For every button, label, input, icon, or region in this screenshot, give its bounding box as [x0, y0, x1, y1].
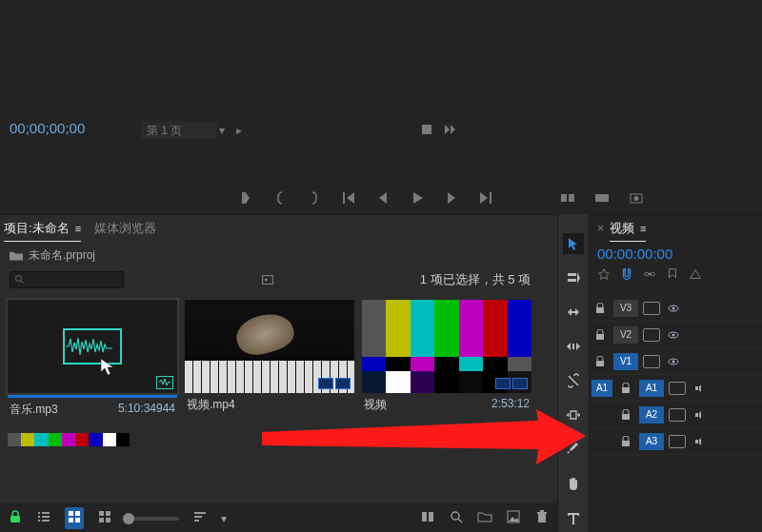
- mute-icon[interactable]: [691, 434, 708, 449]
- pen-tool[interactable]: [563, 439, 584, 460]
- automate-icon[interactable]: [420, 509, 435, 527]
- brace-open-icon[interactable]: [272, 190, 288, 206]
- track-v3[interactable]: V3: [590, 295, 762, 322]
- clip-bars[interactable]: 视频 2:53:12: [362, 300, 531, 422]
- insert-icon[interactable]: [560, 190, 575, 206]
- export-frame-icon[interactable]: [629, 190, 644, 206]
- goto-out-icon[interactable]: [478, 190, 493, 206]
- track-label[interactable]: V3: [613, 300, 638, 317]
- settings-icon[interactable]: [689, 267, 702, 284]
- tab-sequence[interactable]: 视频≡: [610, 216, 646, 242]
- lock-icon[interactable]: [8, 509, 23, 527]
- linked-icon[interactable]: [643, 267, 656, 284]
- track-v2[interactable]: V2: [590, 322, 762, 348]
- mute-icon[interactable]: [691, 407, 708, 423]
- track-v1[interactable]: V1: [590, 348, 762, 375]
- play-icon[interactable]: [410, 190, 425, 206]
- brace-close-icon[interactable]: [307, 190, 322, 206]
- panel-menu-icon[interactable]: ≡: [640, 223, 646, 234]
- selection-tool[interactable]: [563, 233, 584, 254]
- sync-lock-icon[interactable]: [669, 435, 686, 448]
- svg-rect-53: [695, 413, 698, 417]
- search-field[interactable]: [26, 273, 111, 287]
- list-view-icon[interactable]: [36, 509, 51, 527]
- lock-icon[interactable]: [617, 407, 634, 423]
- chevron-down-icon[interactable]: ▾: [221, 512, 227, 525]
- program-timecode[interactable]: 00;00;00;00: [10, 120, 85, 136]
- ripple-edit-tool[interactable]: [563, 302, 584, 323]
- razor-tool[interactable]: [563, 370, 584, 391]
- clip-video1[interactable]: 视频.mp4: [185, 300, 354, 422]
- svg-rect-18: [69, 511, 73, 516]
- sync-lock-icon[interactable]: [643, 328, 660, 342]
- rate-stretch-tool[interactable]: [563, 336, 584, 357]
- trash-icon[interactable]: [534, 509, 550, 527]
- step-back-icon[interactable]: [375, 190, 391, 206]
- new-item-icon[interactable]: [506, 509, 521, 527]
- type-tool[interactable]: [563, 507, 584, 528]
- svg-rect-17: [42, 520, 50, 522]
- marker-icon[interactable]: [419, 122, 434, 137]
- search-input[interactable]: [10, 271, 124, 288]
- mark-in-icon[interactable]: [238, 190, 253, 206]
- panel-menu-icon[interactable]: ≡: [75, 223, 81, 234]
- track-label[interactable]: A1: [639, 380, 664, 397]
- svg-rect-14: [38, 516, 40, 518]
- play-small-icon[interactable]: ▸: [234, 124, 244, 137]
- track-a3[interactable]: A3: [590, 428, 762, 455]
- zoom-slider[interactable]: [126, 517, 179, 521]
- step-fwd-icon[interactable]: [444, 190, 459, 206]
- cursor-icon: [101, 359, 116, 381]
- track-label[interactable]: A2: [639, 406, 664, 424]
- mute-icon[interactable]: [691, 381, 708, 396]
- eye-icon[interactable]: [665, 327, 682, 343]
- lock-icon[interactable]: [592, 327, 609, 343]
- close-icon[interactable]: ×: [597, 222, 604, 235]
- sync-lock-icon[interactable]: [643, 355, 660, 368]
- svg-rect-11: [10, 516, 20, 522]
- sort-icon[interactable]: [192, 509, 208, 527]
- mini-preview: [0, 431, 557, 450]
- svg-point-43: [672, 306, 675, 309]
- clip-audio[interactable]: 音乐.mp3 5:10:34944: [8, 300, 177, 422]
- clip-duration: 5:10:34944: [118, 402, 175, 418]
- icon-view-icon[interactable]: [65, 507, 84, 529]
- lock-icon[interactable]: [592, 354, 609, 369]
- lock-icon[interactable]: [617, 381, 634, 396]
- filter-bin-icon[interactable]: [257, 271, 278, 288]
- eye-icon[interactable]: [665, 301, 682, 316]
- audio-badge-icon: [156, 376, 173, 389]
- svg-rect-1: [343, 192, 345, 204]
- sync-lock-icon[interactable]: [643, 302, 660, 315]
- goto-in-icon[interactable]: [341, 190, 356, 206]
- track-select-tool[interactable]: [563, 267, 584, 288]
- overwrite-icon[interactable]: [594, 190, 610, 206]
- sync-lock-icon[interactable]: [669, 408, 686, 422]
- svg-rect-24: [99, 518, 104, 522]
- eye-icon[interactable]: [665, 354, 682, 369]
- hand-tool[interactable]: [563, 473, 584, 494]
- lock-icon[interactable]: [592, 301, 609, 316]
- track-a2[interactable]: A2: [590, 402, 762, 428]
- timeline-timecode[interactable]: 00:00:00:00: [590, 242, 762, 266]
- marker-add-icon[interactable]: [666, 267, 679, 284]
- track-label[interactable]: V2: [613, 326, 638, 344]
- find-icon[interactable]: [449, 509, 464, 527]
- new-bin-icon[interactable]: [477, 509, 492, 527]
- sync-lock-icon[interactable]: [669, 382, 686, 395]
- track-label[interactable]: V1: [613, 353, 638, 370]
- lock-icon[interactable]: [617, 434, 634, 449]
- svg-rect-50: [622, 387, 630, 393]
- track-a1[interactable]: A1 A1: [590, 375, 762, 402]
- svg-rect-22: [99, 511, 104, 516]
- freeform-view-icon[interactable]: [97, 509, 112, 527]
- page-selector[interactable]: 第 1 页 ▾ ▸: [141, 122, 244, 139]
- nest-icon[interactable]: [597, 267, 611, 284]
- track-label[interactable]: A3: [639, 433, 664, 450]
- source-patch[interactable]: A1: [592, 380, 612, 397]
- step-forward-icon[interactable]: [442, 122, 457, 137]
- tab-project[interactable]: 项目:未命名≡: [4, 216, 81, 242]
- tab-media-browser[interactable]: 媒体浏览器: [94, 216, 156, 241]
- snap-icon[interactable]: [620, 267, 633, 284]
- slip-tool[interactable]: [563, 404, 584, 425]
